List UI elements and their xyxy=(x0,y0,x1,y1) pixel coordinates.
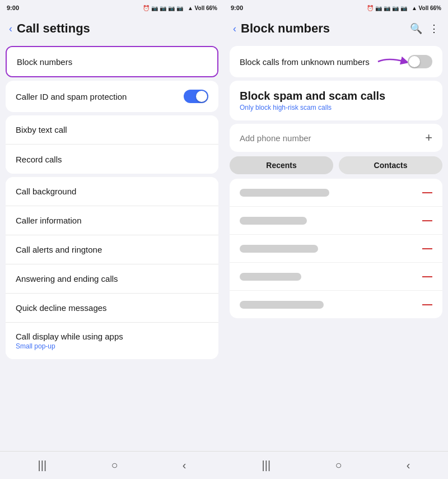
nav-home-left[interactable]: ○ xyxy=(111,459,118,472)
status-icons-left: ⏰ 📷 📷 📷 📷 ▲ Voll 66% xyxy=(143,5,217,11)
bottom-nav-right: ||| ○ ‹ xyxy=(224,451,448,479)
blurred-number-2 xyxy=(240,217,307,225)
page-title-right: Block numbers xyxy=(241,21,405,36)
remove-button-1[interactable]: — xyxy=(422,187,432,198)
status-bar-right: 9:00 ⏰ 📷 📷 📷 📷 ▲ Voll 66% xyxy=(224,0,448,16)
more-settings-section: Call background Caller information Call … xyxy=(6,177,218,359)
caller-id-label: Caller ID and spam protection xyxy=(16,92,127,101)
table-row: — xyxy=(230,207,442,235)
call-display-item[interactable]: Call display while using apps Small pop-… xyxy=(6,323,218,359)
tab-recents[interactable]: Recents xyxy=(230,156,333,174)
back-button-right[interactable]: ‹ xyxy=(233,23,236,35)
nav-recent-apps-left[interactable]: ||| xyxy=(38,459,47,472)
bottom-nav-left: ||| ○ ‹ xyxy=(0,451,224,479)
table-row: — xyxy=(230,263,442,291)
call-alerts-label: Call alerts and ringtone xyxy=(16,245,102,254)
spam-title: Block spam and scam calls xyxy=(240,90,432,103)
blurred-number-1 xyxy=(240,189,329,197)
page-title-left: Call settings xyxy=(17,21,215,36)
bixby-text-label: Bixby text call xyxy=(16,125,67,134)
spam-subtitle: Only block high-risk scam calls xyxy=(240,104,432,111)
nav-home-right[interactable]: ○ xyxy=(335,459,342,472)
nav-back-right[interactable]: ‹ xyxy=(407,459,410,472)
nav-recent-apps-right[interactable]: ||| xyxy=(262,459,271,472)
add-phone-section: + xyxy=(230,124,442,152)
status-time-right: 9:00 xyxy=(231,4,243,11)
right-panel: 9:00 ⏰ 📷 📷 📷 📷 ▲ Voll 66% ‹ Block number… xyxy=(224,0,448,479)
blurred-number-3 xyxy=(240,245,318,253)
add-phone-button[interactable]: + xyxy=(425,131,432,145)
record-calls-item[interactable]: Record calls xyxy=(6,145,218,174)
call-alerts-item[interactable]: Call alerts and ringtone xyxy=(6,235,218,264)
quick-decline-item[interactable]: Quick decline messages xyxy=(6,294,218,323)
blurred-number-5 xyxy=(240,301,324,309)
remove-button-2[interactable]: — xyxy=(422,215,432,226)
purple-arrow-annotation xyxy=(377,55,408,68)
blocked-numbers-list: — — — — — xyxy=(230,179,442,318)
left-header: ‹ Call settings xyxy=(0,16,224,40)
caller-id-section: Caller ID and spam protection xyxy=(6,81,218,112)
tab-contacts[interactable]: Contacts xyxy=(339,156,442,174)
block-numbers-label: Block numbers xyxy=(17,57,72,67)
answering-ending-item[interactable]: Answering and ending calls xyxy=(6,264,218,294)
block-numbers-section: Block numbers xyxy=(6,46,218,77)
search-icon[interactable]: 🔍 xyxy=(410,22,422,35)
call-background-label: Call background xyxy=(16,187,76,196)
block-spam-section[interactable]: Block spam and scam calls Only block hig… xyxy=(230,81,442,120)
remove-button-4[interactable]: — xyxy=(422,271,432,282)
header-icons-right: 🔍 ⋮ xyxy=(410,22,439,35)
table-row: — xyxy=(230,235,442,263)
add-phone-input[interactable] xyxy=(240,133,425,143)
left-panel: 9:00 ⏰ 📷 📷 📷 📷 ▲ Voll 66% ‹ Call setting… xyxy=(0,0,224,479)
caller-id-item[interactable]: Caller ID and spam protection xyxy=(6,81,218,112)
left-content: Block numbers Caller ID and spam protect… xyxy=(0,40,224,451)
answering-ending-label: Answering and ending calls xyxy=(16,274,118,283)
block-unknown-row: Block calls from unknown numbers xyxy=(240,55,432,68)
call-display-sublabel: Small pop-up xyxy=(16,342,55,350)
table-row: — xyxy=(230,179,442,207)
blurred-number-4 xyxy=(240,273,301,281)
nav-back-left[interactable]: ‹ xyxy=(183,459,186,472)
tabs-row: Recents Contacts xyxy=(230,156,442,174)
back-button-left[interactable]: ‹ xyxy=(9,23,12,35)
more-options-icon[interactable]: ⋮ xyxy=(429,22,439,35)
block-unknown-toggle[interactable] xyxy=(408,55,432,68)
status-bar-left: 9:00 ⏰ 📷 📷 📷 📷 ▲ Voll 66% xyxy=(0,0,224,16)
remove-button-5[interactable]: — xyxy=(422,299,432,310)
status-icons-right: ⏰ 📷 📷 📷 📷 ▲ Voll 66% xyxy=(367,5,441,11)
call-background-item[interactable]: Call background xyxy=(6,177,218,206)
bixby-section: Bixby text call Record calls xyxy=(6,115,218,174)
record-calls-label: Record calls xyxy=(16,155,62,164)
remove-button-3[interactable]: — xyxy=(422,243,432,254)
caller-information-item[interactable]: Caller information xyxy=(6,206,218,235)
quick-decline-label: Quick decline messages xyxy=(16,303,107,313)
caller-information-label: Caller information xyxy=(16,216,82,225)
caller-id-toggle[interactable] xyxy=(184,90,208,103)
bixby-text-item[interactable]: Bixby text call xyxy=(6,115,218,145)
status-time-left: 9:00 xyxy=(7,4,19,11)
block-numbers-item[interactable]: Block numbers xyxy=(7,47,217,76)
call-display-label: Call display while using apps xyxy=(16,332,123,341)
block-unknown-section: Block calls from unknown numbers xyxy=(230,46,442,77)
table-row: — xyxy=(230,291,442,318)
right-content: Block calls from unknown numbers Block s… xyxy=(224,40,448,451)
right-header: ‹ Block numbers 🔍 ⋮ xyxy=(224,16,448,40)
